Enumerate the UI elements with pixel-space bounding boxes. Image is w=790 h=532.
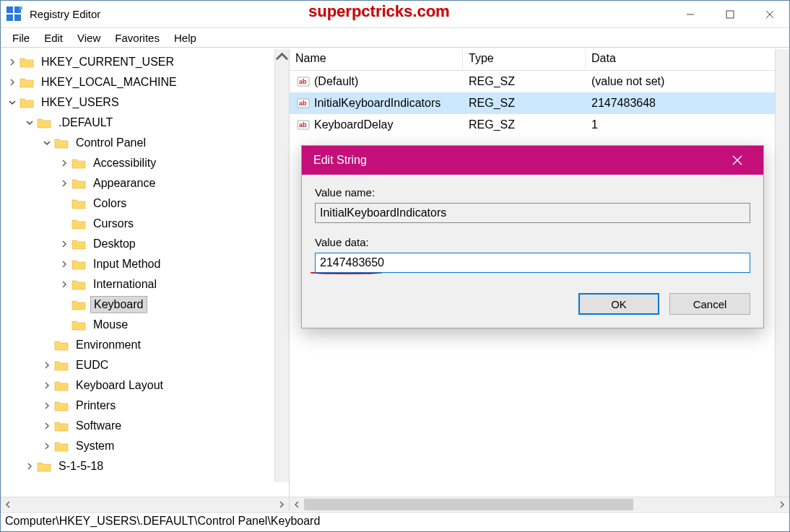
scroll-right-arrow-icon[interactable] bbox=[775, 501, 789, 508]
list-row[interactable]: abKeyboardDelayREG_SZ1 bbox=[290, 114, 789, 136]
tree-node[interactable]: International bbox=[6, 274, 289, 295]
menubar: File Edit View Favorites Help bbox=[1, 28, 789, 48]
list-vertical-scrollbar[interactable] bbox=[775, 49, 789, 497]
list-row[interactable]: ab(Default)REG_SZ(value not set) bbox=[290, 71, 789, 92]
list-row[interactable]: abInitialKeyboardIndicatorsREG_SZ2147483… bbox=[290, 92, 789, 114]
tree-node-label: HKEY_USERS bbox=[38, 95, 122, 110]
tree-node[interactable]: HKEY_CURRENT_USER bbox=[6, 52, 289, 72]
chevron-right-icon[interactable] bbox=[24, 461, 35, 472]
tree-node[interactable]: HKEY_USERS bbox=[6, 92, 289, 113]
tree-node-label: Colors bbox=[90, 196, 129, 212]
tree-node[interactable]: EUDC bbox=[6, 355, 289, 375]
scroll-up-arrow-icon[interactable] bbox=[275, 49, 289, 64]
value-type: REG_SZ bbox=[463, 118, 586, 131]
svg-text:ab: ab bbox=[299, 78, 307, 85]
registry-tree[interactable]: HKEY_CURRENT_USERHKEY_LOCAL_MACHINEHKEY_… bbox=[1, 49, 289, 479]
list-header: Name Type Data bbox=[290, 49, 789, 71]
tree-node[interactable]: Input Method bbox=[6, 254, 289, 274]
chevron-right-icon[interactable] bbox=[41, 440, 53, 452]
tree-node[interactable]: Keyboard bbox=[6, 295, 289, 315]
col-header-data[interactable]: Data bbox=[586, 49, 789, 70]
chevron-right-icon[interactable] bbox=[41, 400, 53, 411]
chevron-right-icon[interactable] bbox=[6, 56, 18, 68]
chevron-right-icon[interactable] bbox=[58, 238, 70, 250]
chevron-right-icon[interactable] bbox=[58, 178, 70, 189]
folder-icon bbox=[71, 238, 86, 250]
tree-node[interactable]: Appearance bbox=[6, 173, 289, 193]
tree-node-label: International bbox=[90, 276, 160, 292]
edit-string-dialog: Edit String Value name: Value data: OK C… bbox=[301, 145, 764, 328]
folder-icon bbox=[37, 461, 51, 472]
value-name: KeyboardDelay bbox=[314, 118, 393, 131]
col-header-type[interactable]: Type bbox=[463, 49, 586, 70]
menu-view[interactable]: View bbox=[70, 30, 108, 45]
scroll-left-arrow-icon[interactable] bbox=[290, 501, 304, 508]
tree-vertical-scrollbar[interactable] bbox=[274, 49, 289, 482]
tree-node-label: HKEY_CURRENT_USER bbox=[38, 54, 177, 70]
value-data-field[interactable] bbox=[315, 253, 750, 273]
chevron-down-icon[interactable] bbox=[41, 137, 53, 149]
chevron-right-icon[interactable] bbox=[41, 359, 53, 371]
tree-node[interactable]: Environment bbox=[6, 335, 289, 355]
tree-node[interactable]: Mouse bbox=[6, 315, 289, 335]
svg-rect-0 bbox=[6, 6, 13, 13]
tree-node[interactable]: Control Panel bbox=[6, 133, 289, 153]
close-button[interactable] bbox=[750, 1, 789, 28]
tree-node[interactable]: Software bbox=[6, 416, 289, 436]
chevron-right-icon[interactable] bbox=[41, 380, 53, 391]
list-horizontal-scrollbar[interactable] bbox=[290, 497, 789, 511]
maximize-button[interactable] bbox=[710, 1, 750, 28]
value-data: 2147483648 bbox=[586, 97, 789, 110]
tree-node-label: .DEFAULT bbox=[56, 115, 116, 131]
chevron-right-icon[interactable] bbox=[6, 77, 18, 88]
tree-node-label: Input Method bbox=[90, 256, 163, 272]
menu-favorites[interactable]: Favorites bbox=[108, 30, 167, 45]
tree-horizontal-scrollbar[interactable] bbox=[1, 497, 289, 511]
minimize-button[interactable] bbox=[670, 1, 710, 28]
tree-node-label: Keyboard Layout bbox=[73, 378, 166, 393]
svg-rect-6 bbox=[726, 11, 734, 18]
chevron-right-icon[interactable] bbox=[58, 279, 70, 290]
value-name-label: Value name: bbox=[315, 186, 750, 199]
value-data-label: Value data: bbox=[315, 236, 750, 248]
value-type: REG_SZ bbox=[463, 75, 586, 88]
tree-node[interactable]: Printers bbox=[6, 396, 289, 416]
dialog-close-button[interactable] bbox=[723, 146, 752, 175]
scroll-left-arrow-icon[interactable] bbox=[1, 501, 15, 508]
folder-icon bbox=[37, 117, 51, 128]
menu-file[interactable]: File bbox=[5, 30, 37, 45]
chevron-right-icon[interactable] bbox=[58, 157, 70, 169]
chevron-down-icon[interactable] bbox=[24, 117, 35, 128]
chevron-right-icon[interactable] bbox=[58, 258, 70, 270]
folder-icon bbox=[54, 359, 69, 371]
cancel-button[interactable]: Cancel bbox=[669, 293, 750, 315]
tree-node[interactable]: S-1-5-18 bbox=[6, 456, 289, 476]
tree-node[interactable]: Desktop bbox=[6, 234, 289, 254]
tree-node[interactable]: HKEY_LOCAL_MACHINE bbox=[6, 72, 289, 92]
folder-icon bbox=[54, 440, 69, 452]
menu-edit[interactable]: Edit bbox=[37, 30, 70, 45]
tree-node-label: Desktop bbox=[90, 236, 139, 252]
value-name-field bbox=[315, 203, 750, 223]
tree-node[interactable]: Keyboard Layout bbox=[6, 375, 289, 396]
tree-node[interactable]: Colors bbox=[6, 193, 289, 214]
folder-icon bbox=[19, 77, 34, 88]
col-header-name[interactable]: Name bbox=[290, 49, 463, 70]
string-value-icon: ab bbox=[297, 97, 310, 110]
menu-help[interactable]: Help bbox=[167, 30, 204, 45]
folder-icon bbox=[71, 319, 86, 331]
value-type: REG_SZ bbox=[463, 97, 586, 110]
chevron-right-icon bbox=[58, 299, 70, 310]
value-name: (Default) bbox=[314, 75, 358, 88]
scroll-right-arrow-icon[interactable] bbox=[274, 501, 289, 508]
string-value-icon: ab bbox=[297, 118, 310, 131]
chevron-right-icon[interactable] bbox=[41, 420, 53, 432]
tree-node[interactable]: .DEFAULT bbox=[6, 113, 289, 133]
ok-button[interactable]: OK bbox=[578, 293, 659, 315]
chevron-down-icon[interactable] bbox=[6, 97, 18, 108]
tree-node[interactable]: System bbox=[6, 436, 289, 456]
tree-node-label: Keyboard bbox=[90, 296, 147, 313]
svg-text:ab: ab bbox=[299, 121, 307, 128]
tree-node[interactable]: Accessibility bbox=[6, 153, 289, 173]
tree-node[interactable]: Cursors bbox=[6, 214, 289, 234]
